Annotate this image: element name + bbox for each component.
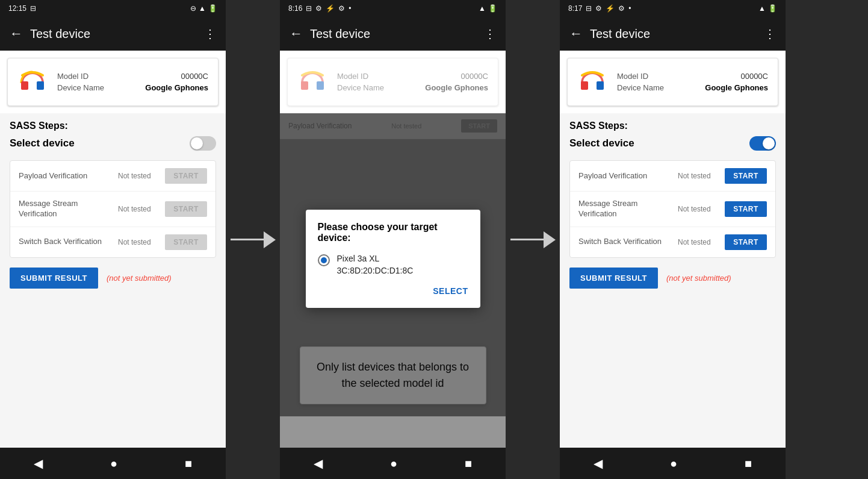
select-device-toggle-1[interactable] (190, 136, 216, 151)
arrow-shape-2 (510, 231, 556, 248)
model-id-row-1: Model ID 00000C (57, 72, 208, 81)
dialog-option-1[interactable]: Pixel 3a XL 3C:8D:20:DC:D1:8C (318, 253, 468, 277)
step-name-3-1: Payload Verification (578, 171, 673, 181)
device-card-2: Model ID 00000C Device Name Google Gphon… (287, 58, 498, 106)
step-status-3-2: Not tested (678, 205, 720, 213)
submit-row-3: SUBMIT RESULT (not yet submitted) (569, 268, 776, 289)
svg-rect-2 (301, 81, 308, 90)
device-info-3: Model ID 00000C Device Name Google Gphon… (617, 72, 768, 92)
nav-recents-1[interactable]: ■ (185, 457, 192, 471)
start-btn-1-2[interactable]: START (165, 201, 207, 217)
nav-bar-3: ◀ ● ■ (560, 448, 786, 479)
sim-icon-1: ⊟ (30, 4, 36, 13)
app-title-1: Test device (30, 27, 197, 41)
phone-2: 8:16 ⊟ ⚙ ⚡ ⚙ • ▲ 🔋 ← Test device ⋮ (280, 0, 506, 479)
arrow-body-2 (510, 239, 544, 240)
content-1: SASS Steps: Select device Payload Verifi… (0, 113, 226, 448)
status-right-1: ⊖ ▲ 🔋 (190, 4, 217, 13)
app-bar-2: ← Test device ⋮ (280, 17, 506, 51)
sim-icon-3: ⊟ (586, 4, 592, 13)
nav-back-1[interactable]: ◀ (34, 456, 43, 471)
nav-bar-2: ◀ ● ■ (280, 448, 506, 479)
device-name-value-1: Google Gphones (145, 83, 208, 92)
start-btn-3-1[interactable]: START (725, 168, 767, 184)
nav-back-3[interactable]: ◀ (594, 456, 603, 471)
nav-bar-1: ◀ ● ■ (0, 448, 226, 479)
model-id-value-2: 00000C (460, 72, 488, 81)
nav-recents-3[interactable]: ■ (745, 457, 752, 471)
step-name-3-3: Switch Back Verification (578, 237, 673, 247)
step-name-1-3: Switch Back Verification (19, 237, 113, 247)
step-row-3-1: Payload Verification Not tested START (570, 161, 775, 192)
step-row-3-3: Switch Back Verification Not tested STAR… (570, 227, 775, 257)
device-name-row-2: Device Name Google Gphones (337, 83, 488, 92)
model-id-label-2: Model ID (337, 72, 368, 81)
back-button-3[interactable]: ← (569, 26, 583, 42)
radio-button-1[interactable] (318, 254, 330, 266)
step-status-3-1: Not tested (678, 172, 720, 180)
wifi-icon-2: ▲ (479, 4, 486, 13)
submit-result-btn-1[interactable]: SUBMIT RESULT (10, 268, 98, 289)
step-status-1-3: Not tested (118, 238, 160, 246)
status-bar-1: 12:15 ⊟ ⊖ ▲ 🔋 (0, 0, 226, 17)
battery-icon-3: 🔋 (768, 4, 777, 13)
phone-3: 8:17 ⊟ ⚙ ⚡ ⚙ • ▲ 🔋 ← Test device ⋮ (560, 0, 786, 479)
step-name-1-2: Message Stream Verification (19, 199, 113, 219)
nav-home-1[interactable]: ● (110, 457, 117, 471)
menu-button-2[interactable]: ⋮ (484, 27, 496, 41)
step-status-3-3: Not tested (678, 238, 720, 246)
sass-steps-title-1: SASS Steps: (10, 121, 216, 131)
model-id-row-3: Model ID 00000C (617, 72, 768, 81)
dimmed-content-2: Payload Verification Not tested START Pl… (280, 113, 506, 448)
select-device-label-1: Select device (10, 137, 75, 149)
device-option-text-1: Pixel 3a XL 3C:8D:20:DC:D1:8C (337, 253, 414, 277)
sync-icon-3: ⚡ (606, 4, 615, 13)
dot-2: • (349, 4, 351, 13)
time-2: 8:16 (288, 4, 302, 13)
device-icon-1 (17, 67, 48, 97)
arrow-head-1 (264, 231, 276, 248)
status-right-3: ▲ 🔋 (758, 4, 777, 13)
nav-home-2[interactable]: ● (390, 457, 397, 471)
app-container: 12:15 ⊟ ⊖ ▲ 🔋 ← Test device ⋮ (0, 0, 868, 479)
model-id-value-3: 00000C (740, 72, 768, 81)
menu-button-3[interactable]: ⋮ (764, 27, 776, 41)
device-name-label-3: Device Name (617, 83, 664, 92)
start-btn-1-3[interactable]: START (165, 234, 207, 250)
settings-icon-2: ⚙ (315, 4, 322, 13)
app-bar-1: ← Test device ⋮ (0, 17, 226, 51)
step-row-1-3: Switch Back Verification Not tested STAR… (10, 227, 215, 257)
start-btn-3-2[interactable]: START (725, 201, 767, 217)
back-button-1[interactable]: ← (10, 26, 23, 42)
svg-rect-3 (317, 81, 324, 90)
select-device-toggle-3[interactable] (749, 136, 776, 151)
start-btn-3-3[interactable]: START (725, 234, 767, 250)
status-bar-2: 8:16 ⊟ ⚙ ⚡ ⚙ • ▲ 🔋 (280, 0, 506, 17)
toggle-knob-1 (191, 137, 203, 149)
step-name-1-1: Payload Verification (19, 171, 113, 181)
sass-steps-title-3: SASS Steps: (569, 121, 776, 131)
phone-1: 12:15 ⊟ ⊖ ▲ 🔋 ← Test device ⋮ (0, 0, 226, 479)
device-option-mac-1: 3C:8D:20:DC:D1:8C (337, 265, 414, 277)
device-name-label-2: Device Name (337, 83, 384, 92)
nav-home-3[interactable]: ● (670, 457, 677, 471)
sync-icon-2: ⚡ (326, 4, 335, 13)
app-bar-3: ← Test device ⋮ (560, 17, 786, 51)
extra-icon-2: ⚙ (338, 4, 345, 13)
svg-rect-0 (21, 81, 28, 90)
select-dialog-btn[interactable]: SELECT (433, 286, 468, 296)
menu-button-1[interactable]: ⋮ (204, 27, 216, 41)
start-btn-1-1[interactable]: START (165, 168, 207, 184)
back-button-2[interactable]: ← (290, 26, 303, 42)
submit-result-btn-3[interactable]: SUBMIT RESULT (569, 268, 658, 289)
nav-back-2[interactable]: ◀ (314, 456, 323, 471)
dialog-overlay-2: Please choose your target device: Pixel … (280, 113, 506, 416)
nav-recents-2[interactable]: ■ (465, 457, 472, 471)
device-icon-2 (297, 67, 327, 97)
battery-icon-2: 🔋 (488, 4, 497, 13)
steps-table-3: Payload Verification Not tested START Me… (569, 160, 776, 258)
select-device-row-1: Select device (10, 136, 216, 151)
arrow-body-1 (231, 239, 264, 240)
device-icon-3 (577, 67, 607, 97)
status-bar-3: 8:17 ⊟ ⚙ ⚡ ⚙ • ▲ 🔋 (560, 0, 786, 17)
